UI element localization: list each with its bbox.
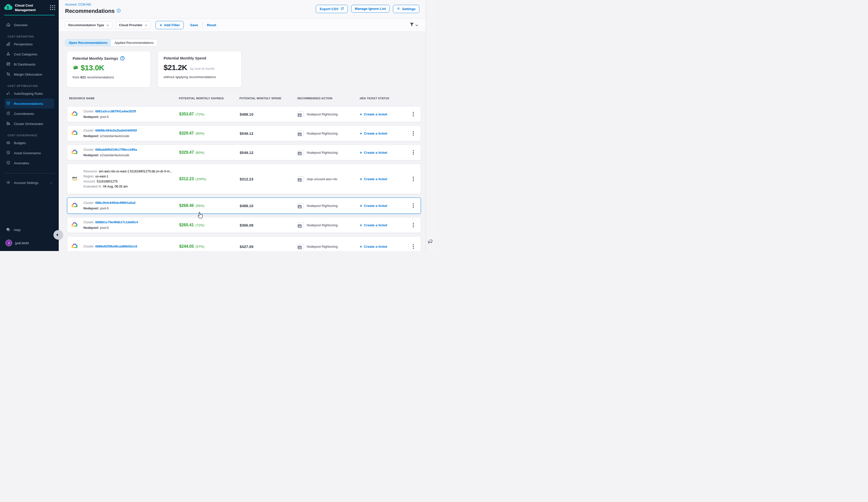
gcp-icon [71, 245, 78, 250]
sidebar-collapse-handle[interactable] [53, 230, 63, 240]
chat-support-icon[interactable] [427, 239, 433, 245]
cloud-provider-dropdown[interactable]: Cloud Provider [116, 21, 151, 29]
chevron-down-icon [106, 23, 109, 27]
chevron-down-icon [415, 23, 418, 27]
gcp-icon [71, 132, 78, 136]
row-menu-button[interactable] [411, 202, 421, 209]
filter-panel-toggle[interactable] [409, 22, 418, 28]
dashboard-image-icon [6, 62, 11, 67]
row-menu-button[interactable] [411, 243, 421, 250]
create-ticket-button[interactable]: +Create a ticket [360, 244, 411, 249]
breadcrumb-account-link[interactable]: Account: CCM-NG [65, 3, 121, 6]
potential-monthly-spend-card: Potential Monthly Spend $21.2K by end of… [158, 51, 241, 87]
tab-open-recommendations[interactable]: Open Recommendations [65, 39, 111, 46]
sidebar-item-recommendations[interactable]: Recommendations [4, 98, 54, 108]
plus-icon: + [360, 177, 362, 181]
sidebar-item-cost-categories[interactable]: Cost Categories [4, 49, 54, 59]
svg-text:$: $ [8, 142, 9, 143]
save-filter-link[interactable]: Save [190, 23, 198, 27]
main-area: Account: CCM-NG Recommendations Export C… [59, 0, 426, 251]
sidebar-item-bi-dashboards[interactable]: BI Dashboards [4, 59, 54, 69]
cluster-link[interactable]: 6886e92f59a48cad86b5b1c6 [95, 245, 137, 248]
page-header: Account: CCM-NG Recommendations Export C… [59, 0, 426, 18]
sidebar-item-asset-governance[interactable]: $ Asset Governance [4, 148, 54, 158]
clock-history-icon [6, 111, 11, 116]
export-csv-button[interactable]: Export CSV [316, 5, 348, 13]
recommendations-icon [6, 101, 11, 106]
user-menu[interactable]: J jyoti.bisht [4, 238, 54, 248]
row-menu-button[interactable] [411, 129, 421, 137]
manage-ignore-list-button[interactable]: Manage Ignore List [351, 5, 390, 13]
sidebar-item-label: Perspectives [14, 42, 32, 46]
cluster-link[interactable]: 68898c064e3e2ba0e544005f [95, 129, 137, 132]
svg-text:$: $ [7, 5, 9, 10]
plus-icon: + [360, 150, 362, 155]
row-menu-button[interactable] [411, 149, 421, 156]
plus-icon: + [360, 131, 362, 136]
recommendations-tabs: Open Recommendations Applied Recommendat… [65, 39, 157, 46]
create-ticket-button[interactable]: +Create a ticket [360, 112, 411, 116]
table-row[interactable]: Cluster:6881a3ccc887941a4ee202ff Nodepoo… [67, 106, 421, 122]
sidebar-item-label: Margin Obfuscation [14, 73, 42, 76]
help-button[interactable]: ? Help [4, 225, 54, 235]
autostopping-icon [6, 91, 11, 96]
settings-button[interactable]: Settings [393, 5, 420, 13]
question-icon[interactable]: ? [120, 56, 124, 61]
recommendations-table: Cluster:6881a3ccc887941a4ee202ff Nodepoo… [67, 106, 421, 251]
rightsizing-icon [298, 112, 304, 117]
sidebar-item-perspectives[interactable]: Perspectives [4, 39, 54, 49]
reset-filter-link[interactable]: Reset [207, 23, 216, 27]
rightsizing-icon [298, 176, 304, 182]
cluster-link[interactable]: 688add6fb019b17f9bccb95a [95, 148, 137, 151]
create-ticket-button[interactable]: +Create a ticket [360, 131, 411, 136]
money-icon [73, 64, 79, 71]
col-potential-monthly-spend: POTENTIAL MONTHLY SPEND [239, 97, 297, 100]
sidebar-item-anomalies[interactable]: Anomalies [4, 158, 54, 168]
create-ticket-button[interactable]: +Create a ticket [360, 223, 411, 227]
shield-dollar-icon: $ [6, 150, 11, 156]
spend-value: $21.2K [164, 63, 187, 72]
col-recommended-action: RECOMMENDED ACTION [297, 97, 359, 100]
chevron-right-icon: › [51, 181, 52, 185]
table-header: RESOURCE NAME POTENTIAL MONTHLY SAVINGS … [67, 97, 421, 100]
row-menu-button[interactable] [411, 221, 421, 229]
section-cost-optimization: COST OPTIMIZATION [0, 85, 59, 87]
sidebar-item-label: Budgets [14, 141, 26, 145]
cluster-link[interactable]: 6881a3ccc887941a4ee202ff [95, 109, 136, 113]
content-area: Open Recommendations Applied Recommendat… [59, 32, 426, 251]
sidebar-item-commitments[interactable]: Commitments [4, 108, 54, 119]
create-ticket-button[interactable]: +Create a ticket [360, 177, 411, 181]
sidebar-item-budgets[interactable]: $ Budgets [4, 138, 54, 148]
info-icon[interactable] [117, 9, 121, 14]
sidebar-item-account-settings[interactable]: Account Settings › [4, 178, 54, 188]
gcp-icon [71, 205, 78, 209]
table-row[interactable]: Cluster:688add6fb019b17f9bccb95a Nodepoo… [67, 145, 421, 160]
plus-icon: + [360, 203, 362, 208]
collapse-arrow-icon [56, 233, 58, 236]
svg-text:$: $ [8, 151, 9, 154]
app-switcher-icon[interactable] [50, 5, 55, 10]
add-filter-button[interactable]: + Add Filter [155, 21, 184, 29]
sidebar-item-autostopping-rules[interactable]: AutoStopping Rules [4, 88, 54, 98]
shield-alert-icon [6, 160, 11, 166]
row-menu-button[interactable] [411, 111, 421, 118]
row-menu-button[interactable] [411, 175, 421, 183]
sidebar-item-overview[interactable]: Overview [4, 20, 54, 30]
recommendation-type-dropdown[interactable]: Recommendation Type [65, 21, 112, 29]
table-row[interactable]: Resource:arn:aws:rds:us-east-1:511616801… [67, 164, 421, 194]
table-row[interactable]: Cluster:6886e92f59a48cad86b5b1c6 $244.05… [67, 237, 421, 251]
cluster-link[interactable]: 688c2fefc84fbdc99801a0a2 [95, 201, 136, 205]
tab-applied-recommendations[interactable]: Applied Recommendations [111, 39, 157, 46]
col-resource-name: RESOURCE NAME [69, 97, 179, 100]
chevron-down-icon [145, 23, 147, 27]
sidebar-item-margin-obfuscation[interactable]: Margin Obfuscation [4, 69, 54, 80]
table-row[interactable]: Cluster:6888b1c70e49db17c1de60c4 Nodepoo… [67, 217, 421, 233]
plus-icon: + [360, 223, 362, 227]
table-row[interactable]: Cluster:68898c064e3e2ba0e544005f Nodepoo… [67, 125, 421, 141]
table-row-selected[interactable]: Cluster:688c2fefc84fbdc99801a0a2 Nodepoo… [67, 198, 421, 214]
sidebar-item-cluster-orchestrator[interactable]: Cluster Orchestrator [4, 119, 54, 129]
create-ticket-button[interactable]: +Create a ticket [360, 203, 411, 208]
cluster-link[interactable]: 6888b1c70e49db17c1de60c4 [95, 220, 138, 224]
create-ticket-button[interactable]: +Create a ticket [360, 150, 411, 155]
ccm-logo-icon: $ [4, 4, 12, 12]
